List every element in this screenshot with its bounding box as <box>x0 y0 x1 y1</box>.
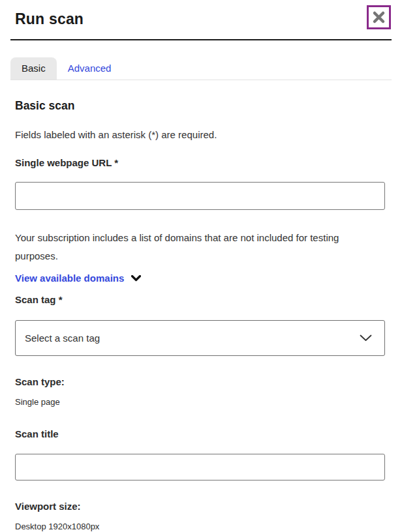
chevron-down-icon <box>360 334 372 342</box>
tab-basic[interactable]: Basic <box>10 57 57 80</box>
scan-type-value: Single page <box>15 397 385 407</box>
viewport-size-label: Viewport size: <box>15 501 385 512</box>
dialog-title: Run scan <box>15 10 84 28</box>
dialog-header: Run scan <box>0 0 402 29</box>
required-fields-note: Fields labeled with an asterisk (*) are … <box>15 129 385 140</box>
close-button[interactable] <box>367 5 391 29</box>
scan-title-label: Scan title <box>15 428 385 439</box>
single-webpage-url-input[interactable] <box>15 182 385 210</box>
scan-tag-label: Scan tag * <box>15 294 385 305</box>
scan-type-label: Scan type: <box>15 376 385 387</box>
scan-tag-selected-value: Select a scan tag <box>25 332 100 344</box>
view-available-domains-link[interactable]: View available domains <box>15 273 124 284</box>
x-icon <box>372 10 386 24</box>
dialog-body: Basic scan Fields labeled with an asteri… <box>0 99 402 532</box>
viewport-size-value: Desktop 1920x1080px <box>15 522 385 531</box>
url-field-label: Single webpage URL * <box>15 157 385 168</box>
scan-title-input[interactable] <box>15 454 385 480</box>
domains-note: Your subscription includes a list of dom… <box>15 229 371 265</box>
tab-bar: Basic Advanced <box>10 57 392 80</box>
section-heading: Basic scan <box>15 99 385 113</box>
scan-tag-select[interactable]: Select a scan tag <box>15 320 385 356</box>
header-divider <box>10 39 392 40</box>
domains-link-row: View available domains <box>15 273 385 284</box>
tab-advanced[interactable]: Advanced <box>57 57 123 80</box>
chevron-down-icon <box>131 275 141 282</box>
